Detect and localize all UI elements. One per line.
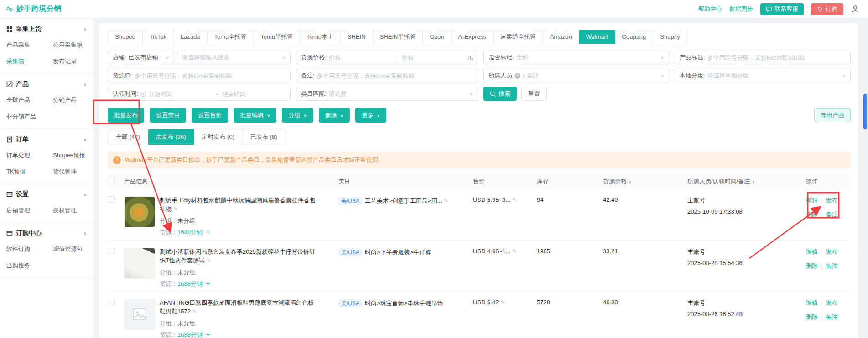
set-category-button[interactable]: 设置类目 bbox=[150, 108, 186, 123]
scrollbar-thumb[interactable] bbox=[863, 94, 867, 129]
delete-action-link[interactable]: 删除 bbox=[806, 313, 818, 321]
sidebar-item-forwarder-management[interactable]: 货代管理 bbox=[47, 164, 93, 180]
sidebar-section-purchase-center-header[interactable]: 订购中心 ∧ bbox=[0, 225, 93, 241]
platform-tab-aliexpress[interactable]: AliExpress bbox=[452, 30, 494, 44]
data-sync-link[interactable]: 数据同步 bbox=[729, 5, 753, 13]
platform-tab-temu-semi[interactable]: Temu半托管 bbox=[254, 30, 300, 44]
publish-action-link[interactable]: 发布 bbox=[826, 196, 837, 205]
help-center-link[interactable]: 帮助中心 bbox=[698, 5, 722, 13]
edit-action-link[interactable]: 编辑 bbox=[806, 196, 818, 205]
owner-select[interactable]: 所属人员 ? : 全部 ∨ bbox=[483, 69, 669, 82]
sidebar-item-value-added-packages[interactable]: 增值资源包 bbox=[47, 241, 93, 257]
edit-title-icon[interactable]: ✎ bbox=[207, 257, 211, 264]
product-title[interactable]: AFANTING日系四季款皮面滑板鞋男薄底复古潮流酒红色板鞋男鞋1572✎ bbox=[160, 299, 319, 316]
flag-icon[interactable]: ⚑ bbox=[856, 248, 858, 255]
status-tab-scheduled[interactable]: 定时发布 (0) bbox=[194, 129, 243, 145]
platform-tab-temu-full[interactable]: Temu全托管 bbox=[208, 30, 254, 44]
status-tab-all[interactable]: 全部 (44) bbox=[108, 129, 148, 145]
add-source-icon[interactable]: + bbox=[206, 280, 210, 287]
collapse-icon[interactable]: ∧ bbox=[83, 82, 87, 87]
delete-action-link[interactable]: 删除 bbox=[806, 210, 818, 219]
platform-tab-coupang[interactable]: Coupang bbox=[615, 30, 654, 44]
purchase-button[interactable]: 订购 bbox=[811, 3, 843, 15]
contact-support-button[interactable]: 联系客服 bbox=[760, 3, 804, 15]
platform-tab-shein-semi[interactable]: SHEIN半托管 bbox=[373, 30, 423, 44]
group-dropdown-button[interactable]: 分组 ∨ bbox=[282, 108, 313, 123]
sidebar-item-collect-box[interactable]: 采集箱 bbox=[0, 53, 47, 70]
export-products-button[interactable]: 导出产品 bbox=[814, 108, 851, 122]
flag-icon[interactable]: ⚑ bbox=[856, 196, 858, 204]
publish-action-link[interactable]: 发布 bbox=[826, 299, 837, 307]
remark-action-link[interactable]: 备注 bbox=[826, 262, 837, 270]
edit-title-icon[interactable]: ✎ bbox=[192, 308, 197, 315]
user-account-icon[interactable] bbox=[851, 5, 860, 14]
col-owner-time-remark[interactable]: 所属人员/认领时间/备注▲▼ bbox=[687, 177, 806, 185]
source-link[interactable]: 1688分销 bbox=[177, 280, 203, 287]
row-checkbox[interactable] bbox=[109, 299, 115, 305]
shop-search-select[interactable]: 请选择或输入搜索 ∨ bbox=[177, 51, 291, 64]
source-link[interactable]: 1688分销 bbox=[177, 229, 203, 236]
col-source-price[interactable]: 货源价格▲▼ bbox=[603, 177, 687, 185]
product-image-placeholder[interactable] bbox=[124, 299, 155, 330]
collapse-icon[interactable]: ∧ bbox=[83, 137, 87, 142]
local-group-select[interactable]: 本地分组: 请选择本地分组 ∨ bbox=[675, 69, 851, 82]
sort-icon[interactable]: ▲▼ bbox=[752, 179, 755, 184]
row-checkbox[interactable] bbox=[109, 196, 115, 203]
delete-dropdown-button[interactable]: 删除 ∨ bbox=[319, 108, 350, 123]
edit-price-icon[interactable]: ✎ bbox=[500, 299, 505, 306]
add-source-icon[interactable]: + bbox=[206, 331, 210, 338]
platform-tab-temu-local[interactable]: Temu本土 bbox=[300, 30, 341, 44]
remark-action-link[interactable]: 备注 bbox=[826, 313, 837, 321]
edit-action-link[interactable]: 编辑 bbox=[806, 248, 818, 256]
collapse-icon[interactable]: ∧ bbox=[83, 27, 87, 32]
source-price-max-input[interactable] bbox=[402, 54, 465, 61]
help-icon[interactable]: ? bbox=[515, 73, 520, 79]
add-source-icon[interactable]: + bbox=[206, 228, 210, 236]
sidebar-item-tk-forecast[interactable]: TK预报 bbox=[0, 164, 47, 180]
edit-title-icon[interactable]: ✎ bbox=[173, 206, 178, 212]
platform-tab-shopee[interactable]: Shopee bbox=[108, 30, 143, 44]
platform-tab-shopify[interactable]: Shopify bbox=[653, 30, 686, 44]
app-logo[interactable]: 妙手跨境分销 bbox=[6, 4, 62, 14]
product-title[interactable]: 测试小清新休闲韩系套装女春季2025新款碎花牛仔背带裤针织T恤两件套测试✎ bbox=[160, 248, 319, 265]
platform-tab-tiktok[interactable]: TikTok bbox=[143, 30, 174, 44]
sidebar-section-collect-header[interactable]: 采集上货 ∧ bbox=[0, 20, 93, 37]
status-tab-unpublished[interactable]: 未发布 (36) bbox=[148, 129, 194, 145]
platform-tab-aliexpress-full[interactable]: 速卖通全托管 bbox=[494, 30, 543, 44]
bulk-publish-button[interactable]: 批量发布 bbox=[108, 108, 144, 123]
product-image[interactable] bbox=[124, 248, 155, 279]
mark-select[interactable]: 是否标记: 全部 ∨ bbox=[483, 51, 669, 64]
sidebar-item-purchased-services[interactable]: 已购服务 bbox=[0, 257, 47, 274]
sidebar-item-public-collect-box[interactable]: 公用采集箱 bbox=[47, 37, 93, 53]
collapse-icon[interactable]: ∧ bbox=[83, 192, 87, 197]
platform-tab-shein[interactable]: SHEIN bbox=[341, 30, 373, 44]
product-title-input[interactable] bbox=[707, 54, 846, 61]
set-price-button[interactable]: 设置售价 bbox=[192, 108, 228, 123]
remark-action-link[interactable]: 备注 bbox=[826, 210, 837, 219]
collapse-icon[interactable]: ∧ bbox=[83, 231, 87, 236]
select-all-checkbox[interactable] bbox=[109, 178, 115, 184]
sidebar-section-product-header[interactable]: 产品 ∧ bbox=[0, 76, 93, 92]
sidebar-item-software-purchase[interactable]: 软件订购 bbox=[0, 241, 47, 257]
sidebar-section-orders-header[interactable]: 订单 ∧ bbox=[0, 131, 93, 147]
edit-price-icon[interactable]: ✎ bbox=[512, 248, 517, 255]
status-tab-published[interactable]: 已发布 (8) bbox=[243, 129, 285, 145]
sidebar-section-settings-header[interactable]: 设置 ∧ bbox=[0, 186, 93, 202]
reset-button[interactable]: 重置 bbox=[521, 87, 547, 101]
bulk-edit-dropdown-button[interactable]: 批量编辑 ∨ bbox=[234, 108, 276, 123]
sidebar-item-publish-records[interactable]: 发布记录 bbox=[47, 53, 93, 70]
source-price-min-input[interactable] bbox=[329, 54, 392, 61]
sidebar-item-non-distribution-products[interactable]: 非分销产品 bbox=[0, 108, 47, 125]
claim-end-time-input[interactable] bbox=[222, 91, 286, 97]
sidebar-item-product-collect[interactable]: 产品采集 bbox=[0, 37, 47, 53]
source-link[interactable]: 1688分销 bbox=[177, 331, 203, 338]
platform-tab-amazon[interactable]: Amazon bbox=[543, 30, 579, 44]
more-dropdown-button[interactable]: 更多 ∨ bbox=[355, 108, 386, 123]
platform-tab-walmart[interactable]: Walmart bbox=[579, 30, 615, 44]
remark-input[interactable] bbox=[317, 72, 473, 79]
row-checkbox[interactable] bbox=[109, 248, 115, 254]
search-button[interactable]: 搜索 bbox=[483, 87, 517, 101]
publish-action-link[interactable]: 发布 bbox=[826, 248, 837, 256]
source-id-input[interactable] bbox=[135, 72, 286, 79]
sidebar-item-shop-management[interactable]: 店铺管理 bbox=[0, 202, 47, 219]
